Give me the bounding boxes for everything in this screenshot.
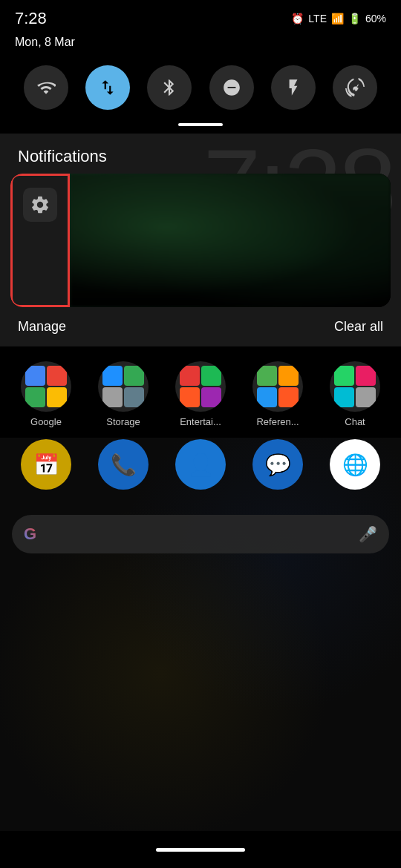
clear-all-button[interactable]: Clear all: [334, 319, 383, 335]
lte-indicator: LTE: [308, 13, 327, 24]
folder-sub-1: [102, 366, 123, 386]
notifications-section: 7:28 Notifications: [0, 134, 401, 346]
tile-bluetooth[interactable]: [147, 65, 192, 110]
folder-sub-4: [47, 387, 67, 407]
manage-button[interactable]: Manage: [18, 319, 66, 335]
app-contacts[interactable]: 👤: [167, 439, 234, 490]
notification-blur-overlay: [70, 174, 391, 307]
folder-sub-3: [25, 387, 45, 407]
app-chrome[interactable]: 🌐: [322, 439, 388, 490]
quick-tiles: [0, 58, 401, 123]
tile-autorotate[interactable]: [333, 65, 377, 110]
notification-image: [70, 174, 391, 307]
folder-storage-icon: [98, 361, 149, 412]
search-bar-row: G 🎤: [0, 509, 401, 565]
bottom-nav: [0, 831, 401, 868]
folder-sub-2: [356, 366, 376, 386]
battery-percent: 60%: [365, 13, 386, 24]
app-phone[interactable]: 📞: [90, 439, 157, 490]
app-calendar[interactable]: 📅: [13, 439, 79, 490]
tile-data[interactable]: [85, 65, 130, 110]
contacts-icon: 👤: [175, 439, 226, 490]
folder-sub-4: [278, 387, 299, 407]
app-icon-row: 📅 📞 👤 💬 🌐: [7, 439, 394, 490]
notification-card[interactable]: [10, 174, 391, 307]
folder-sub-1: [334, 366, 354, 386]
apps-container: Google Storage Ent: [0, 346, 401, 565]
folder-storage-label: Storage: [106, 416, 140, 427]
clock-bg-container: 7:28 Notifications: [0, 134, 401, 307]
folder-reference[interactable]: Referen...: [244, 361, 311, 427]
swipe-bar: [178, 123, 223, 126]
folder-sub-1: [180, 366, 200, 386]
date-row: Mon, 8 Mar: [0, 33, 401, 58]
folder-chat-icon: [330, 361, 380, 412]
folder-sub-3: [102, 387, 123, 407]
swipe-indicator: [0, 123, 401, 134]
folder-chat[interactable]: Chat: [322, 361, 388, 427]
manage-row: Manage Clear all: [0, 307, 401, 346]
folder-sub-4: [124, 387, 144, 407]
voice-search-icon[interactable]: 🎤: [359, 525, 377, 543]
signal-icon: 📶: [331, 13, 344, 24]
battery-icon: 🔋: [348, 13, 361, 24]
phone-icon: 📞: [98, 439, 149, 490]
notification-card-inner: [10, 174, 391, 307]
folder-sub-4: [356, 387, 376, 407]
folder-google-label: Google: [30, 416, 62, 427]
folder-entertainment[interactable]: Entertai...: [167, 361, 234, 427]
google-g-icon: G: [24, 525, 36, 544]
gear-icon-box: [23, 188, 57, 222]
folder-chat-label: Chat: [345, 416, 365, 427]
folder-sub-2: [278, 366, 299, 386]
messages-icon: 💬: [252, 439, 303, 490]
folder-sub-2: [47, 366, 67, 386]
status-time: 7:28: [15, 9, 47, 28]
folder-reference-icon: [252, 361, 303, 412]
folder-google-icon: [21, 361, 71, 412]
folder-storage[interactable]: Storage: [90, 361, 157, 427]
app-messages[interactable]: 💬: [244, 439, 311, 490]
app-folders-area: Google Storage Ent: [0, 346, 401, 509]
folder-sub-3: [257, 387, 277, 407]
app-folder-row: Google Storage Ent: [7, 361, 394, 427]
folder-sub-4: [201, 387, 221, 407]
alarm-icon: ⏰: [291, 13, 304, 24]
folder-sub-1: [257, 366, 277, 386]
notification-icon-area: [10, 174, 70, 307]
chrome-icon: 🌐: [330, 439, 380, 490]
notifications-header: Notifications: [0, 134, 401, 174]
folder-sub-2: [201, 366, 221, 386]
folder-entertainment-label: Entertai...: [180, 416, 221, 427]
status-icons: ⏰ LTE 📶 🔋 60%: [291, 13, 386, 24]
tile-dnd[interactable]: [209, 65, 254, 110]
gear-icon: [30, 194, 50, 215]
folder-entertainment-icon: [175, 361, 226, 412]
status-bar: 7:28 ⏰ LTE 📶 🔋 60%: [0, 0, 401, 33]
tile-flashlight[interactable]: [271, 65, 316, 110]
folder-sub-1: [25, 366, 45, 386]
date-text: Mon, 8 Mar: [15, 36, 75, 49]
folder-reference-label: Referen...: [256, 416, 299, 427]
folder-sub-2: [124, 366, 144, 386]
folder-google[interactable]: Google: [13, 361, 79, 427]
folder-sub-3: [180, 387, 200, 407]
tile-wifi[interactable]: [24, 65, 68, 110]
home-bar[interactable]: [156, 848, 245, 852]
folder-sub-3: [334, 387, 354, 407]
calendar-icon: 📅: [21, 439, 71, 490]
notification-content-area: [70, 174, 391, 307]
search-bar[interactable]: G 🎤: [12, 515, 389, 553]
